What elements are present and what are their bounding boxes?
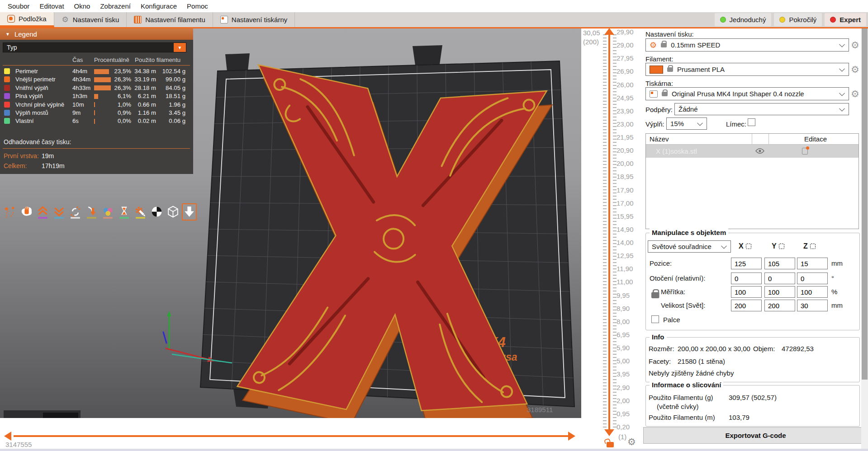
menu-item-editovat[interactable]: Editovat <box>34 1 69 11</box>
brim-checkbox[interactable] <box>748 118 755 126</box>
tab-nastaven-tisku[interactable]: ⚙Nastavení tisku <box>54 12 127 27</box>
manip-m-tka-y-field[interactable] <box>764 286 795 298</box>
printer-select[interactable]: Original Prusa MK4 Input Shaper 0.4 nozz… <box>645 87 849 100</box>
infill-select[interactable]: 15% <box>666 117 707 130</box>
panel-scrollbar[interactable] <box>861 28 868 449</box>
feature-percent: 26,3% <box>110 85 131 91</box>
first-layer-time: První vrstva:19m <box>4 152 39 160</box>
slider-settings-gear-icon[interactable]: ⚙ <box>627 437 636 447</box>
legend-toggle-icon[interactable] <box>182 203 197 221</box>
edit-filament-gear-icon[interactable]: ⚙ <box>851 64 859 75</box>
axis-y-header: Y <box>772 242 784 250</box>
layer-slider-lower-handle[interactable] <box>604 429 614 436</box>
center-of-mass-icon[interactable] <box>149 203 164 221</box>
edit-object-icon[interactable] <box>802 148 808 155</box>
menu-item-okno[interactable]: Okno <box>69 1 95 11</box>
unlock-icon[interactable] <box>607 442 614 447</box>
feature-color-swatch <box>4 85 10 91</box>
slider-left-arrow[interactable] <box>4 432 11 441</box>
manip-m-tka-x-field[interactable] <box>731 286 762 298</box>
supports-select[interactable]: Žádné <box>674 103 849 115</box>
retractions-icon[interactable] <box>52 203 66 221</box>
axis-frame-icon <box>746 244 751 249</box>
manip-pozice-z-field[interactable] <box>797 258 828 269</box>
feature-time: 4h4m <box>72 68 87 75</box>
legend-table-header: Čas Procentuálně Použito filamentu <box>0 56 193 65</box>
object-list-header: Název Editace <box>646 134 859 145</box>
legend-row-vn-j-perimetr: Vnější perimetr4h34m26,3%33.19 m99.00 g <box>0 75 193 84</box>
view-type-value: Typ <box>7 44 17 51</box>
legend-header[interactable]: ▼ Legend <box>0 28 193 40</box>
inches-checkbox[interactable] <box>651 315 659 323</box>
view-type-dropdown[interactable]: Typ ▼ <box>3 42 186 52</box>
print-settings-select[interactable]: ⚙ 0.15mm SPEED <box>645 38 849 52</box>
sliced-info-group: Informace o slicování Použito Filamentu … <box>645 385 860 427</box>
travel-paths-icon[interactable] <box>3 203 18 221</box>
layer-height-tick: 18,95 <box>617 173 643 180</box>
layer-height-tick: 9,95 <box>617 291 643 299</box>
tab-label: Nastavení filamentu <box>145 16 205 23</box>
pause-prints-icon[interactable] <box>117 203 132 221</box>
shells-icon[interactable] <box>166 203 180 221</box>
mode-switcher: JednoduchýPokročilýExpert <box>715 12 868 27</box>
feature-grams: 84.05 g <box>158 85 185 91</box>
deretractions-icon[interactable] <box>68 203 83 221</box>
feature-toggle-toolbar <box>3 203 197 221</box>
eye-icon[interactable] <box>755 148 764 154</box>
tab-podlo-ka[interactable]: Podložka <box>0 12 54 27</box>
manip-pozice-x-field[interactable] <box>731 258 762 269</box>
plater-icon <box>7 15 15 23</box>
custom-gcode-icon[interactable] <box>133 203 148 221</box>
color-changes-icon[interactable] <box>100 203 115 221</box>
layer-slider-track[interactable] <box>608 34 610 429</box>
edit-printer-gear-icon[interactable]: ⚙ <box>851 89 859 99</box>
manip-m-tka-z-field[interactable] <box>797 286 828 298</box>
coordinates-select[interactable]: Světové souřadnice <box>648 240 731 253</box>
tool-changes-icon[interactable] <box>84 203 99 221</box>
feature-color-swatch <box>4 93 10 99</box>
slider-track[interactable] <box>14 435 568 437</box>
export-gcode-button[interactable]: Exportovat G-code <box>643 427 868 444</box>
menu-item-zobrazen[interactable]: Zobrazení <box>95 1 136 11</box>
slider-right-arrow[interactable] <box>568 432 575 441</box>
filament-select[interactable]: Prusament PLA <box>645 63 849 76</box>
menu-item-konfigurace[interactable]: Konfigurace <box>136 1 182 11</box>
facets-value: 21580 (1 stěna) <box>678 357 725 365</box>
menu-item-pomoc[interactable]: Pomoc <box>182 1 213 11</box>
printer-label: Tiskárna: <box>645 80 673 87</box>
layer-height-tick: 21,95 <box>617 133 643 141</box>
manip-oto-en-relativn-x-field[interactable] <box>731 272 762 284</box>
tab-nastaven-filamentu[interactable]: Nastavení filamentu <box>127 12 213 27</box>
layer-height-tick: 11,90 <box>617 265 643 272</box>
estimates-title: Odhadované časy tisku: <box>4 138 71 146</box>
menu-item-soubor[interactable]: Soubor <box>3 1 34 11</box>
uniform-scale-lock-icon[interactable] <box>651 290 659 300</box>
mode-button-pokro-il[interactable]: Pokročilý <box>774 13 822 26</box>
divider <box>3 148 190 149</box>
manip-oto-en-relativn-y-field[interactable] <box>764 272 795 284</box>
seams-icon[interactable] <box>35 203 50 221</box>
dropdown-arrow-icon[interactable]: ▼ <box>174 43 186 52</box>
used-filament-g-value: 309,57 (502,57) <box>729 394 777 401</box>
manip-oto-en-relativn-z-field[interactable] <box>797 272 828 284</box>
layer-height-tick: 0,95 <box>617 410 643 418</box>
feature-label: Plná výplň <box>15 93 43 99</box>
wipe-icon[interactable] <box>19 203 34 221</box>
layer-height-tick: 17,00 <box>617 199 643 207</box>
scrollbar-thumb[interactable] <box>862 28 868 380</box>
tab-nastaven-tisk-rny[interactable]: Nastavení tiskárny <box>213 12 295 27</box>
chevron-down-icon <box>839 66 845 71</box>
prusaslicer-window: SouborEditovatOknoZobrazeníKonfiguracePo… <box>0 0 868 451</box>
manip-velikost-sv-t-x-field[interactable] <box>731 300 762 311</box>
object-manipulation-group: Manipulace s objektem Světové souřadnice… <box>645 233 860 330</box>
manip-velikost-sv-t-y-field[interactable] <box>764 300 795 311</box>
layer-slider-upper-handle[interactable] <box>604 28 614 35</box>
mode-button-expert[interactable]: Expert <box>825 13 866 26</box>
mode-button-jednoduch[interactable]: Jednoduchý <box>715 13 772 26</box>
manip-pozice-y-field[interactable] <box>764 258 795 269</box>
edit-print-settings-gear-icon[interactable]: ⚙ <box>851 40 859 51</box>
layer-height-tick: 6,95 <box>617 331 643 338</box>
object-row-selected[interactable]: X (1)soska.stl <box>646 145 859 158</box>
divider <box>3 65 190 66</box>
manip-velikost-sv-t-z-field[interactable] <box>797 300 828 311</box>
